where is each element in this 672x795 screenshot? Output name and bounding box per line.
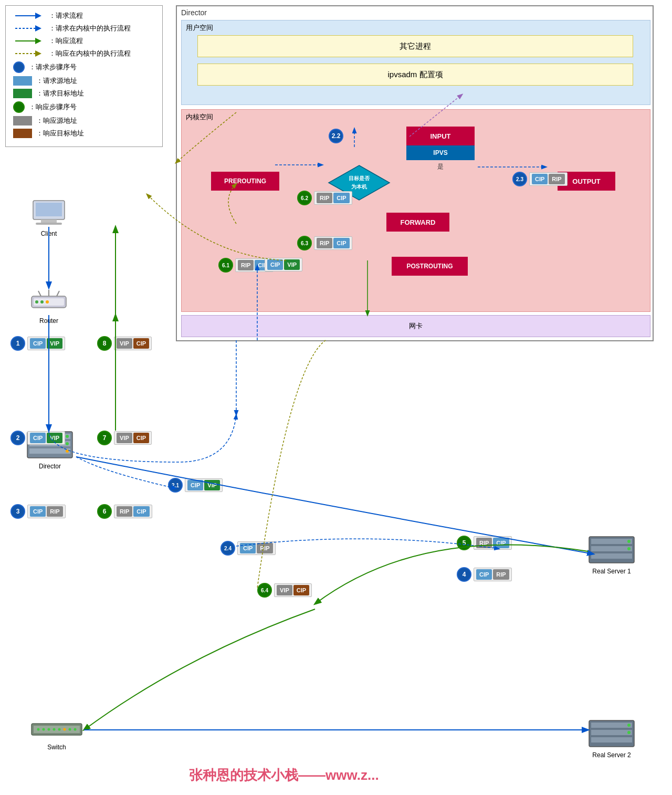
legend-label: ：响应目标地址: [36, 129, 84, 138]
svg-rect-44: [591, 730, 632, 735]
legend-item-resp-src: ：响应源地址: [13, 116, 155, 125]
step-2-3-group: 2.3 CIP RIP: [512, 172, 568, 186]
legend-item-req-step: ：请求步骤序号: [13, 61, 155, 73]
svg-point-36: [48, 728, 50, 731]
step-5-group: 5 RIP CIP: [457, 536, 512, 550]
svg-rect-33: [34, 726, 80, 733]
step-8-group: 8 VIP CIP: [97, 336, 152, 351]
legend-item-response-flow: ：响应流程: [13, 36, 155, 46]
legend-item-request-flow: ：请求流程: [13, 11, 155, 20]
step-6-3-group: 6.3 RIP CIP: [297, 236, 352, 250]
step-6-group: 6 RIP CIP: [97, 504, 152, 519]
legend-item-response-kernel: ：响应在内核中的执行流程: [13, 49, 155, 58]
svg-point-15: [46, 300, 49, 304]
lightblue-rect-icon: [13, 76, 32, 86]
svg-rect-10: [36, 223, 62, 225]
green-circle-icon: [13, 101, 25, 113]
svg-point-38: [58, 728, 61, 731]
legend-label: ：响应步骤序号: [29, 102, 77, 112]
other-process-box: 其它进程: [197, 35, 633, 57]
client-device: Client: [30, 200, 67, 237]
legend-item-req-dst: ：请求目标地址: [13, 89, 155, 98]
svg-text:为本机: 为本机: [351, 184, 368, 190]
switch-label: Switch: [30, 744, 83, 751]
step-4-group: 4 CIP RIP: [457, 567, 512, 582]
svg-point-34: [37, 728, 40, 731]
svg-point-24: [66, 442, 69, 445]
svg-point-37: [53, 728, 56, 731]
director-label: Director: [181, 8, 207, 17]
svg-point-13: [35, 300, 38, 304]
gray-rect-icon: [13, 116, 32, 125]
legend-label: ：请求源地址: [36, 76, 77, 86]
svg-text:目标是否: 目标是否: [349, 175, 370, 181]
director-outer-box: Director 用户空间 其它进程 ipvsadm 配置项 内核空间 INPU…: [176, 5, 654, 341]
step-1-group: 1 CIP VIP: [10, 336, 65, 351]
realserver2-device: Real Server 2: [588, 719, 635, 759]
svg-rect-29: [591, 553, 632, 559]
router-device: Router: [30, 289, 67, 325]
svg-rect-45: [591, 737, 632, 742]
svg-point-41: [74, 728, 77, 731]
legend-item-resp-step: ：响应步骤序号: [13, 101, 155, 113]
client-label: Client: [30, 230, 67, 237]
step-7-group: 7 VIP CIP: [97, 431, 152, 445]
director-server-label: Director: [26, 463, 74, 470]
router-label: Router: [30, 317, 67, 325]
legend-item-req-src: ：请求源地址: [13, 76, 155, 86]
svg-point-47: [627, 731, 631, 734]
svg-line-18: [57, 291, 59, 296]
svg-rect-27: [591, 539, 632, 544]
legend-label: ：请求在内核中的执行流程: [49, 24, 131, 33]
forward-box: FORWARD: [386, 213, 449, 232]
main-diagram: ：请求流程 ：请求在内核中的执行流程 ：响应流程 ：响应在内核中的执行流程 ：请…: [0, 0, 672, 795]
svg-line-16: [38, 291, 41, 296]
realserver1-label: Real Server 1: [588, 568, 635, 575]
svg-point-35: [43, 728, 45, 731]
solid-blue-arrow-icon: [13, 12, 45, 20]
svg-rect-9: [41, 219, 57, 223]
step-2-2: 2.2: [329, 129, 343, 143]
prerouting-box: PREROUTING: [211, 172, 279, 191]
svg-rect-8: [36, 203, 62, 216]
svg-point-14: [40, 300, 44, 304]
svg-point-25: [66, 449, 69, 453]
ipvsadm-box: ipvsadm 配置项: [197, 64, 633, 86]
kernel-space-label: 内核空间: [186, 112, 213, 122]
user-space: 用户空间 其它进程 ipvsadm 配置项: [181, 20, 650, 105]
legend-box: ：请求流程 ：请求在内核中的执行流程 ：响应流程 ：响应在内核中的执行流程 ：请…: [5, 5, 163, 147]
legend-item-request-kernel: ：请求在内核中的执行流程: [13, 24, 155, 33]
step-3-group: 3 CIP RIP: [10, 504, 66, 519]
green-rect-icon: [13, 89, 32, 98]
legend-item-resp-dst: ：响应目标地址: [13, 129, 155, 138]
step-6-4-group: 6.4 VIP CIP: [257, 583, 312, 598]
realserver2-label: Real Server 2: [588, 751, 635, 759]
svg-rect-28: [591, 546, 632, 551]
step-6-2-group: 6.2 RIP CIP: [297, 191, 352, 205]
input-box: INPUT: [406, 127, 475, 145]
ipvs-box: IPVS: [406, 145, 475, 160]
realserver1-device: Real Server 1: [588, 536, 635, 575]
postrouting-box: POSTROUTING: [392, 257, 468, 276]
step-2-4-group: 2.4 CIP RIP: [220, 541, 276, 556]
svg-point-46: [627, 724, 631, 727]
kernel-space: 内核空间 INPUT IPVS 是 PREROUTING 目标是否 为本机: [181, 109, 650, 312]
svg-rect-22: [29, 448, 70, 454]
legend-label: ：响应在内核中的执行流程: [49, 49, 131, 58]
legend-label: ：请求目标地址: [36, 89, 84, 98]
step-2-1-group: 2.1 CIP VIP: [168, 478, 223, 493]
brown-rect-icon: [13, 129, 32, 138]
shi-label: 是: [437, 162, 444, 171]
blue-circle-icon: [13, 61, 25, 73]
legend-label: ：请求步骤序号: [29, 62, 77, 72]
watermark: 张种恩的技术小栈——www.z...: [189, 766, 379, 784]
step-2-group: 2 CIP VIP: [10, 431, 65, 445]
svg-point-40: [69, 728, 71, 731]
svg-point-30: [627, 540, 631, 543]
switch-device: Switch: [30, 719, 83, 751]
step-2-1-inner: CIP VIP: [265, 258, 302, 271]
legend-label: ：响应源地址: [36, 116, 77, 125]
svg-point-31: [627, 547, 631, 550]
svg-point-39: [64, 728, 66, 731]
dashed-blue-arrow-icon: [13, 24, 45, 33]
